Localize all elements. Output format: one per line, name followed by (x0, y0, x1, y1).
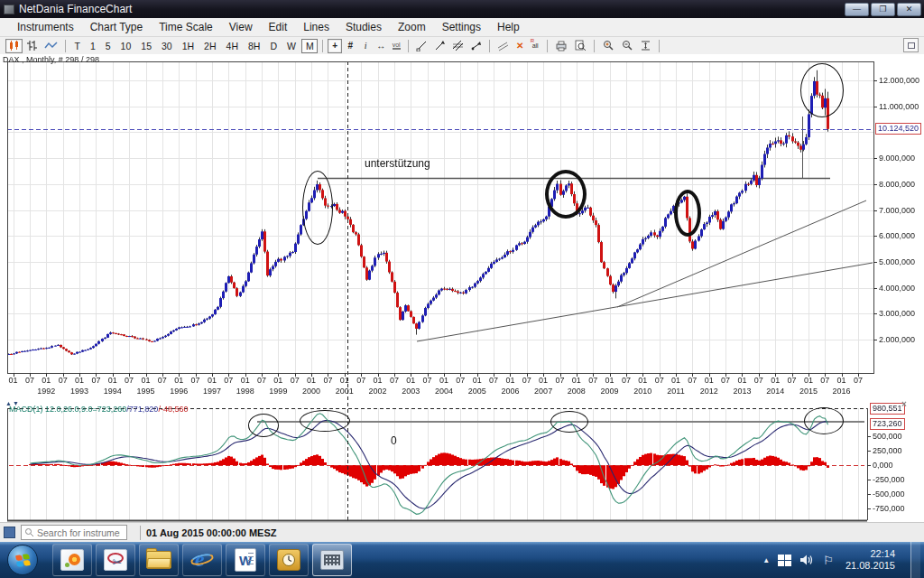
timeframe-1[interactable]: 1 (86, 39, 99, 53)
year-label: 2001 (336, 387, 354, 396)
ellipse-2007-peak[interactable] (545, 170, 587, 219)
zero-text-annotation[interactable]: 0 (391, 434, 397, 447)
macd-study-label[interactable]: MACD(1) 12.0,26.0,9.0=723,260/771,820/-4… (9, 405, 188, 414)
taskbar-internet-explorer-icon[interactable]: e (182, 544, 222, 576)
time-tick-label: 07 (555, 376, 564, 385)
menu-help[interactable]: Help (489, 19, 528, 35)
search-input[interactable] (37, 527, 120, 538)
timeframe-w[interactable]: W (283, 39, 300, 53)
time-tick-label: 07 (356, 376, 365, 385)
folder-icon (146, 551, 171, 569)
year-label: 2013 (733, 387, 751, 396)
candlestick-chart-icon[interactable] (5, 39, 23, 53)
info-icon[interactable]: i (358, 39, 373, 53)
menu-zoom[interactable]: Zoom (390, 19, 434, 35)
speaker-icon[interactable] (799, 554, 815, 566)
timeframe-10[interactable]: 10 (116, 39, 135, 53)
tray-expand-icon[interactable]: ▲ (762, 556, 770, 564)
close-button[interactable]: ✕ (897, 3, 921, 16)
toolbar-separator (659, 40, 660, 52)
ellipse-2011-peak[interactable] (674, 190, 701, 237)
windows-update-icon[interactable] (778, 555, 791, 566)
trendline-tool-icon[interactable] (413, 39, 430, 53)
close-study-icon[interactable]: × (901, 399, 907, 409)
crosshair-icon[interactable]: + (328, 39, 342, 53)
macd-value-part: MACD(1) 12.0,26.0,9.0=723,260 (9, 405, 126, 414)
app-icon (4, 5, 14, 14)
parallel-lines-tool-icon[interactable] (449, 39, 467, 53)
timeframe-t[interactable]: T (70, 39, 84, 53)
arrowline-tool-icon[interactable] (431, 39, 448, 53)
time-tick-label: 07 (125, 376, 134, 385)
menu-edit[interactable]: Edit (261, 19, 296, 35)
grid-toggle-icon[interactable]: # (343, 39, 357, 53)
year-label: 2000 (302, 387, 320, 396)
delete-all-drawings-icon[interactable]: Rall (528, 39, 542, 53)
print-icon[interactable] (552, 39, 570, 53)
ellipse-macd-2000a[interactable] (248, 414, 279, 437)
time-tick-label: 07 (754, 376, 763, 385)
panel-splitter[interactable]: ▲▼ (5, 400, 20, 406)
timeframe-m[interactable]: M (301, 39, 318, 53)
zoom-out-icon[interactable] (618, 39, 636, 53)
menu-time-scale[interactable]: Time Scale (151, 19, 221, 35)
time-tick-label: 01 (605, 376, 614, 385)
time-tick-label: 01 (42, 376, 51, 385)
taskbar-clock[interactable]: 22:14 21.08.2015 (845, 548, 895, 572)
ellipse-macd-2000b[interactable] (300, 410, 350, 432)
timeframe-8h[interactable]: 8H (244, 39, 263, 53)
fit-vertical-icon[interactable] (637, 39, 654, 53)
line-chart-icon[interactable] (42, 39, 60, 53)
time-tick-label: 07 (820, 376, 829, 385)
minimize-button[interactable]: — (845, 3, 869, 16)
timeframe-d[interactable]: D (266, 39, 282, 53)
support-text-annotation[interactable]: unterstützung (365, 157, 430, 170)
detach-chart-glyph (908, 42, 915, 49)
volume-icon[interactable]: vol (389, 39, 403, 53)
ellipse-2015-peak[interactable] (800, 63, 844, 117)
ellipse-macd-2015[interactable] (804, 407, 844, 434)
year-label: 1993 (70, 387, 88, 396)
menu-settings[interactable]: Settings (434, 19, 489, 35)
taskbar-photo-viewer-icon[interactable] (52, 544, 92, 576)
detach-chart-icon[interactable] (903, 38, 919, 52)
timeframe-2h[interactable]: 2H (200, 39, 220, 53)
menu-lines[interactable]: Lines (295, 19, 337, 35)
action-center-flag-icon[interactable]: ⚐ (823, 554, 834, 567)
timeframe-15[interactable]: 15 (137, 39, 156, 53)
delete-drawing-icon[interactable]: ✕ (513, 39, 527, 53)
taskbar-outlook-icon[interactable] (269, 544, 309, 576)
menu-view[interactable]: View (221, 19, 261, 35)
taskbar-word-icon[interactable]: W (226, 544, 265, 576)
toolbar-separator (65, 40, 66, 52)
show-desktop-button[interactable] (910, 542, 920, 578)
time-tick-label: 01 (340, 376, 349, 385)
print-preview-icon[interactable] (571, 39, 589, 53)
ray-tool-icon[interactable] (467, 39, 485, 53)
timeframe-4h[interactable]: 4H (222, 39, 242, 53)
timeframe-1h[interactable]: 1H (178, 39, 198, 53)
time-tick-label: 07 (390, 376, 399, 385)
maximize-button[interactable]: ❐ (871, 3, 895, 16)
search-box[interactable] (21, 525, 127, 540)
taskbar-netdania-active-icon[interactable] (312, 544, 352, 576)
taskbar-explorer-icon[interactable] (139, 544, 179, 576)
zoom-in-icon[interactable] (599, 39, 617, 53)
year-label: 1996 (170, 387, 188, 396)
time-tick-label: 07 (158, 376, 167, 385)
channel-tool-icon[interactable] (494, 39, 512, 53)
taskbar-snipping-tool-icon[interactable]: ✂ (96, 544, 135, 576)
timeframe-30[interactable]: 30 (157, 39, 176, 53)
windows-logo-icon (15, 554, 31, 567)
scroll-arrows-icon[interactable]: ↔ (374, 39, 388, 53)
menu-chart-type[interactable]: Chart Type (82, 19, 151, 35)
start-button[interactable] (7, 545, 38, 575)
chart-canvas[interactable] (0, 0, 924, 578)
ohlc-bars-icon[interactable] (23, 39, 41, 53)
time-tick-label: 01 (539, 376, 548, 385)
ellipse-2000-peak[interactable] (302, 171, 333, 245)
ellipse-macd-2007[interactable] (550, 411, 588, 433)
menu-studies[interactable]: Studies (337, 19, 390, 35)
timeframe-5[interactable]: 5 (101, 39, 115, 53)
menu-instruments[interactable]: Instruments (9, 19, 82, 35)
